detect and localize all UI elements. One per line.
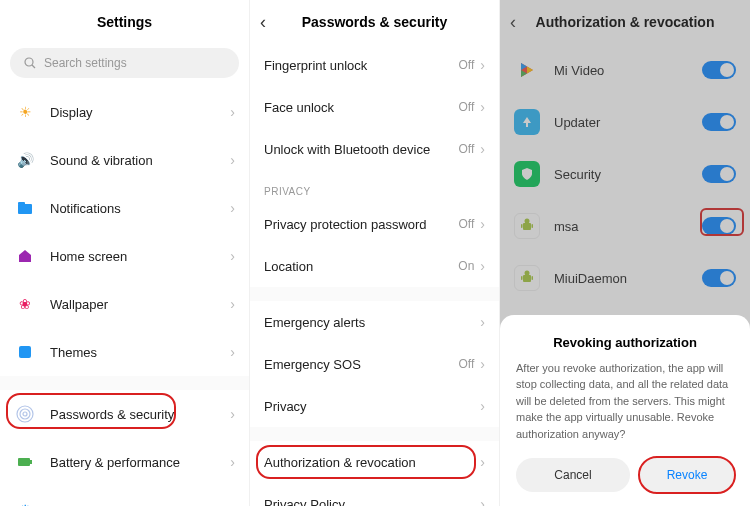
chevron-right-icon: › (480, 216, 485, 232)
svg-rect-4 (19, 346, 31, 358)
cancel-button[interactable]: Cancel (516, 458, 630, 492)
battery-icon (14, 451, 36, 473)
row-wallpaper[interactable]: ❀Wallpaper› (0, 280, 249, 328)
chevron-right-icon: › (480, 398, 485, 414)
divider (250, 287, 499, 301)
chevron-right-icon: › (480, 141, 485, 157)
svg-point-5 (17, 406, 33, 422)
row-passwords-security[interactable]: Passwords & security› (0, 390, 249, 438)
chevron-right-icon: › (480, 496, 485, 506)
gear-icon: ⚙ (14, 499, 36, 506)
settings-panel: Settings Search settings ☀Display› 🔊Soun… (0, 0, 250, 506)
home-icon (14, 245, 36, 267)
modal-title: Revoking authorization (516, 335, 734, 350)
svg-rect-9 (30, 460, 32, 464)
search-placeholder: Search settings (44, 56, 127, 70)
chevron-right-icon: › (230, 152, 235, 168)
folder-icon (14, 197, 36, 219)
row-privacy-password[interactable]: Privacy protection passwordOff› (250, 203, 499, 245)
row-location[interactable]: LocationOn› (250, 245, 499, 287)
revoke-modal: Revoking authorization After you revoke … (500, 315, 750, 507)
row-privacy[interactable]: Privacy› (250, 385, 499, 427)
svg-rect-2 (18, 204, 32, 214)
svg-rect-3 (18, 202, 25, 205)
row-sound[interactable]: 🔊Sound & vibration› (0, 136, 249, 184)
row-battery[interactable]: Battery & performance› (0, 438, 249, 486)
chevron-right-icon: › (230, 454, 235, 470)
back-button[interactable]: ‹ (260, 12, 266, 33)
fingerprint-icon (14, 403, 36, 425)
chevron-right-icon: › (480, 57, 485, 73)
chevron-right-icon: › (230, 104, 235, 120)
chevron-right-icon: › (480, 314, 485, 330)
row-emergency-alerts[interactable]: Emergency alerts› (250, 301, 499, 343)
svg-point-7 (23, 412, 27, 416)
chevron-right-icon: › (230, 406, 235, 422)
row-apps[interactable]: ⚙Apps› (0, 486, 249, 506)
chevron-right-icon: › (480, 99, 485, 115)
row-notifications[interactable]: Notifications› (0, 184, 249, 232)
sun-icon: ☀ (14, 101, 36, 123)
chevron-right-icon: › (230, 248, 235, 264)
row-bluetooth[interactable]: Unlock with Bluetooth deviceOff› (250, 128, 499, 170)
speaker-icon: 🔊 (14, 149, 36, 171)
chevron-right-icon: › (480, 454, 485, 470)
search-icon (24, 57, 36, 69)
chevron-right-icon: › (230, 502, 235, 506)
chevron-right-icon: › (230, 296, 235, 312)
row-homescreen[interactable]: Home screen› (0, 232, 249, 280)
panel1-title: Settings (97, 14, 152, 30)
row-face[interactable]: Face unlockOff› (250, 86, 499, 128)
svg-point-0 (25, 58, 33, 66)
panel1-header: Settings (0, 0, 249, 44)
chevron-right-icon: › (480, 356, 485, 372)
chevron-right-icon: › (230, 344, 235, 360)
svg-point-6 (20, 409, 30, 419)
svg-rect-8 (18, 458, 30, 466)
modal-text: After you revoke authorization, the app … (516, 360, 734, 443)
highlight-revoke (638, 456, 736, 494)
row-privacy-policy[interactable]: Privacy Policy› (250, 483, 499, 506)
modal-buttons: Cancel Revoke (516, 458, 734, 492)
row-auth-revocation[interactable]: Authorization & revocation› (250, 441, 499, 483)
passwords-security-panel: ‹ Passwords & security Fingerprint unloc… (250, 0, 500, 506)
auth-revocation-panel: ‹ Authorization & revocation Mi Video Up… (500, 0, 750, 506)
row-emergency-sos[interactable]: Emergency SOSOff› (250, 343, 499, 385)
row-display[interactable]: ☀Display› (0, 88, 249, 136)
theme-icon (14, 341, 36, 363)
row-themes[interactable]: Themes› (0, 328, 249, 376)
row-fingerprint[interactable]: Fingerprint unlockOff› (250, 44, 499, 86)
search-input[interactable]: Search settings (10, 48, 239, 78)
panel2-header: ‹ Passwords & security (250, 0, 499, 44)
chevron-right-icon: › (480, 258, 485, 274)
panel2-title: Passwords & security (302, 14, 448, 30)
divider (250, 427, 499, 441)
svg-line-1 (32, 65, 35, 68)
privacy-section-header: PRIVACY (250, 170, 499, 203)
divider (0, 376, 249, 390)
chevron-right-icon: › (230, 200, 235, 216)
flower-icon: ❀ (14, 293, 36, 315)
